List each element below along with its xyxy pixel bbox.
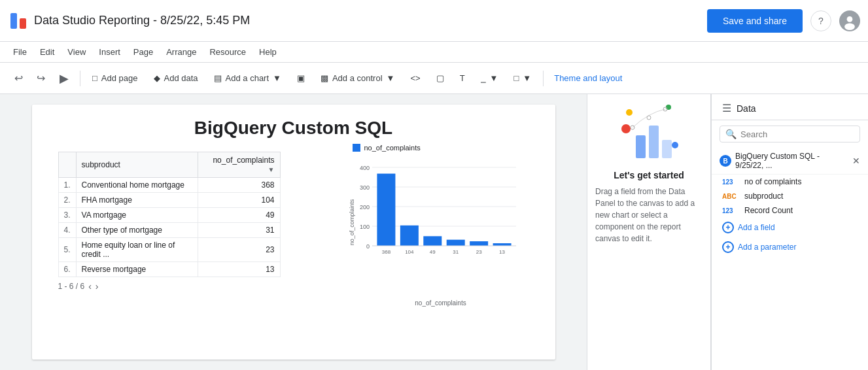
row-subproduct: VA mortgage [76,208,198,223]
canvas-area[interactable]: BigQuery Custom SQL subproduct no_of_com… [0,94,587,370]
search-box[interactable]: 🔍 [720,126,860,143]
menu-item-page[interactable]: Page [128,44,158,59]
add-control-chevron-icon: ▼ [387,73,395,83]
row-num: 2. [58,193,76,208]
menu-item-view[interactable]: View [62,44,91,59]
code-embed-button[interactable]: <> [404,69,426,87]
table-row: 4. Other type of mortgage 31 [58,223,280,238]
pagination-next-button[interactable]: › [95,281,99,292]
add-data-button[interactable]: ◆ Add data [147,69,205,87]
row-complaints: 31 [198,223,280,238]
close-icon[interactable]: ✕ [852,156,860,166]
community-viz-icon: ▣ [297,73,305,83]
get-started-illustration [610,99,688,165]
row-complaints: 368 [198,178,280,193]
report-title: BigQuery Custom SQL [58,118,529,139]
shape-button[interactable]: □ ▼ [507,69,538,87]
field-name: Record Count [744,206,793,215]
add-param-plus-icon: + [722,241,734,253]
pagination: 1 - 6 / 6 ‹ › [58,281,281,292]
avatar[interactable] [839,10,860,31]
select-tool-button[interactable]: ▶ [54,68,75,89]
add-field-button[interactable]: + Add a field [712,218,868,237]
menu-item-help[interactable]: Help [254,44,282,59]
data-panel: ☰ Data 🔍 B BigQuery Custom SQL - 9/25/22… [711,94,868,370]
row-complaints: 49 [198,208,280,223]
data-source-row[interactable]: B BigQuery Custom SQL - 9/25/22, ... ✕ [712,148,868,175]
table-row: 6. Reverse mortgage 13 [58,262,280,277]
svg-text:400: 400 [359,165,369,171]
code-icon: <> [410,73,420,83]
add-control-button[interactable]: ▩ Add a control ▼ [314,69,401,87]
undo-redo-group: ↩ ↪ [8,68,51,89]
row-subproduct: Conventional home mortgage [76,178,198,193]
svg-point-28 [672,142,678,148]
toolbar-sep-1 [80,71,80,86]
add-parameter-button[interactable]: + Add a parameter [712,237,868,257]
field-item[interactable]: 123 Record Count [712,203,868,218]
theme-layout-button[interactable]: Theme and layout [549,69,627,87]
data-panel-title: Data [737,103,756,114]
top-bar-actions: Save and share ? [707,9,860,33]
svg-text:300: 300 [359,184,369,191]
svg-text:200: 200 [359,204,369,210]
svg-rect-23 [649,126,659,158]
fields-list: 123 no of complaints ABC subproduct 123 … [712,175,868,218]
image-button[interactable]: ▢ [430,69,451,87]
data-panel-icon: ☰ [722,102,731,114]
table-row: 3. VA mortgage 49 [58,208,280,223]
svg-text:23: 23 [476,249,481,255]
field-item[interactable]: ABC subproduct [712,189,868,203]
row-subproduct: Reverse mortgage [76,262,198,277]
y-axis-label: no_of_complaints [349,199,355,246]
add-page-icon: □ [92,73,97,83]
shape-icon: □ [513,73,519,83]
bar-chart: no_of_complaints no_of_complaints 010020… [326,144,529,320]
svg-point-27 [621,124,631,133]
menu-item-file[interactable]: File [8,44,32,59]
help-button[interactable]: ? [810,10,831,31]
bar-chart-svg: 010020030040036810449312313 [353,154,529,298]
add-field-label: Add a field [738,223,775,232]
menu-item-edit[interactable]: Edit [35,44,60,59]
add-page-button[interactable]: □ Add page [86,69,145,87]
toolbar: ↩ ↪ ▶ □ Add page ◆ Add data ▤ Add a char… [0,63,868,94]
table-row: 5. Home equity loan or line of credit ..… [58,238,280,262]
menu-item-insert[interactable]: Insert [94,44,126,59]
redo-button[interactable]: ↪ [30,68,51,89]
field-type-badge: ABC [722,193,740,200]
add-chart-button[interactable]: ▤ Add a chart ▼ [207,69,288,87]
field-item[interactable]: 123 no of complaints [712,175,868,189]
bar-rect [493,243,511,246]
text-button[interactable]: T [453,69,472,87]
search-input[interactable] [740,129,854,139]
row-complaints: 104 [198,193,280,208]
bar-rect [470,241,488,246]
table-header-subproduct: subproduct [76,152,198,178]
search-icon: 🔍 [725,129,737,139]
community-viz-button[interactable]: ▣ [290,69,311,87]
row-num: 4. [58,223,76,238]
add-field-plus-icon: + [722,222,734,233]
field-type-badge: 123 [722,178,740,186]
menu-item-arrange[interactable]: Arrange [161,44,201,59]
line-icon: ⎯ [481,73,486,83]
pagination-prev-button[interactable]: ‹ [88,281,92,292]
pagination-text: 1 - 6 / 6 [58,282,85,291]
undo-button[interactable]: ↩ [8,68,29,89]
svg-rect-24 [662,140,672,158]
menu-item-resource[interactable]: Resource [204,44,251,59]
line-button[interactable]: ⎯ ▼ [474,69,505,87]
add-chart-icon: ▤ [214,73,222,83]
top-bar: Data Studio Reporting - 8/25/22, 5:45 PM… [0,0,868,42]
svg-text:49: 49 [429,249,435,255]
add-param-label: Add a parameter [738,243,796,252]
row-num: 6. [58,262,76,277]
svg-rect-0 [10,13,17,29]
svg-point-3 [847,16,853,22]
chart-legend: no_of_complaints [353,144,529,152]
svg-text:100: 100 [359,224,369,230]
svg-text:13: 13 [499,249,505,255]
line-chevron-icon: ▼ [490,73,498,83]
save-share-button[interactable]: Save and share [707,9,803,33]
